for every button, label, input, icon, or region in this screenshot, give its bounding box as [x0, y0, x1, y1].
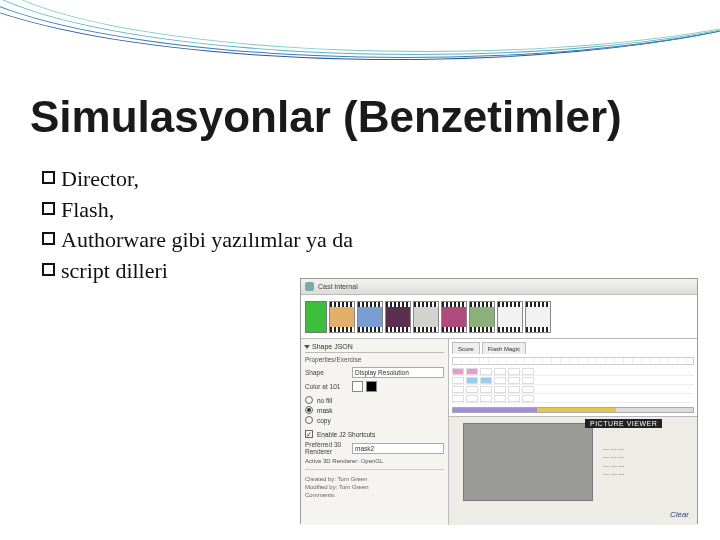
- bullet-text: Authorware gibi yazılımlar ya da: [61, 226, 353, 255]
- cast-icon: [305, 282, 314, 291]
- panel-group-label: Properties/Exercise: [305, 356, 444, 363]
- stage-side-text: — — —— — —— — —— — —: [603, 445, 624, 479]
- cast-thumbnail: [385, 301, 411, 333]
- horizontal-scrollbar[interactable]: [452, 407, 694, 413]
- radio-icon: [305, 406, 313, 414]
- fill-radio-group: no fill mask copy: [305, 396, 444, 424]
- bullet-text: script dilleri: [61, 257, 168, 286]
- bullet-text: Director,: [61, 165, 139, 194]
- fill-option-nofill[interactable]: no fill: [305, 396, 444, 404]
- renderer-dropdown[interactable]: mask2: [352, 443, 444, 454]
- picture-viewer-banner: PICTURE VIEWER: [585, 419, 662, 428]
- shape-dropdown[interactable]: Display Resolution: [352, 367, 444, 378]
- shape-label: Shape: [305, 369, 349, 376]
- radio-label: mask: [317, 407, 333, 414]
- cast-filmstrip: [301, 295, 697, 339]
- panel-header-text: Shape JSON: [312, 343, 353, 350]
- timeline-track: [452, 385, 694, 394]
- cast-thumbnail: [413, 301, 439, 333]
- color-swatch-white[interactable]: [352, 381, 363, 392]
- tab-score[interactable]: Score: [452, 342, 480, 354]
- cast-thumbnail: [469, 301, 495, 333]
- bullet-icon: [42, 202, 55, 215]
- panel-header: Shape JSON: [305, 343, 444, 353]
- thumbnail-row: [329, 301, 693, 333]
- radio-label: no fill: [317, 397, 332, 404]
- disclosure-triangle-icon: [304, 345, 310, 349]
- active-renderer-text: Active 3D Renderer: OpenGL: [305, 458, 444, 464]
- renderer-label: Preferred 30 Renderer: [305, 441, 349, 455]
- bullet-icon: [42, 232, 55, 245]
- radio-icon: [305, 416, 313, 424]
- cast-thumbnail: [525, 301, 551, 333]
- cast-thumbnail: [357, 301, 383, 333]
- cast-thumbnail: [441, 301, 467, 333]
- color-swatch-black[interactable]: [366, 381, 377, 392]
- radio-icon: [305, 396, 313, 404]
- fill-option-copy[interactable]: copy: [305, 416, 444, 424]
- director-app-screenshot: Cast Internal Shape JSON Properties/Exer…: [300, 278, 698, 524]
- checkbox-label: Enable J2 Shortcuts: [317, 431, 375, 438]
- list-item: Authorware gibi yazılımlar ya da: [42, 226, 353, 255]
- stage-area: PICTURE VIEWER — — —— — —— — —— — — Clea…: [449, 417, 697, 525]
- color-label: Color at 101: [305, 383, 349, 390]
- radio-label: copy: [317, 417, 331, 424]
- tab-flashmagic[interactable]: Flash Magic: [482, 342, 526, 354]
- timeline-track: [452, 376, 694, 385]
- cast-thumbnail: [497, 301, 523, 333]
- bullet-icon: [42, 263, 55, 276]
- timeline-track: [452, 367, 694, 376]
- frame-ruler: [452, 357, 694, 365]
- enable-shortcuts-checkbox[interactable]: ✓ Enable J2 Shortcuts: [305, 430, 444, 438]
- slide-title: Simulasyonlar (Benzetimler): [30, 92, 622, 142]
- list-item: Director,: [42, 165, 353, 194]
- list-item: Flash,: [42, 196, 353, 225]
- fill-option-mask[interactable]: mask: [305, 406, 444, 414]
- clear-button[interactable]: Clear: [670, 510, 689, 519]
- bullet-icon: [42, 171, 55, 184]
- stage-canvas: [463, 423, 593, 501]
- checkbox-icon: ✓: [305, 430, 313, 438]
- timeline-track: [452, 394, 694, 403]
- cast-window-titlebar: Cast Internal: [301, 279, 697, 295]
- properties-panel: Shape JSON Properties/Exercise Shape Dis…: [301, 339, 449, 525]
- slide-decorative-waves: [0, 0, 720, 90]
- cast-window-title: Cast Internal: [318, 283, 358, 290]
- score-timeline: Score Flash Magic: [449, 339, 697, 417]
- bullet-list: Director, Flash, Authorware gibi yazılım…: [42, 165, 353, 287]
- metadata-block: Created by: Tom Green Modified by: Tom G…: [305, 475, 444, 499]
- cast-thumbnail: [329, 301, 355, 333]
- right-pane: Score Flash Magic: [449, 339, 697, 525]
- track-list: [452, 367, 694, 403]
- green-swatch: [305, 301, 327, 333]
- timeline-tabs: Score Flash Magic: [452, 342, 694, 354]
- bullet-text: Flash,: [61, 196, 114, 225]
